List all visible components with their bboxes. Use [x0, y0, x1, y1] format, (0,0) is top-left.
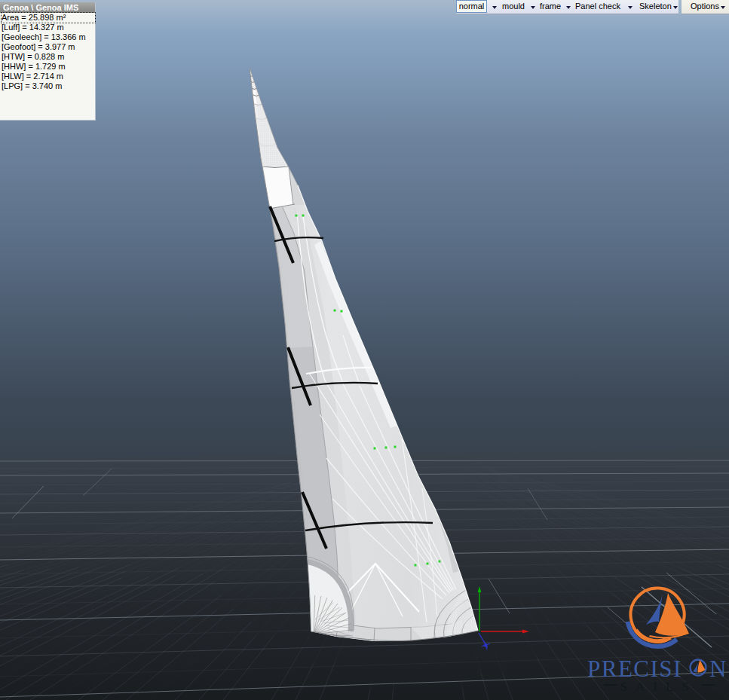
svg-text:SAILS: SAILS — [620, 680, 697, 693]
svg-text:N: N — [709, 656, 726, 682]
svg-text:PRECISI: PRECISI — [587, 656, 682, 682]
